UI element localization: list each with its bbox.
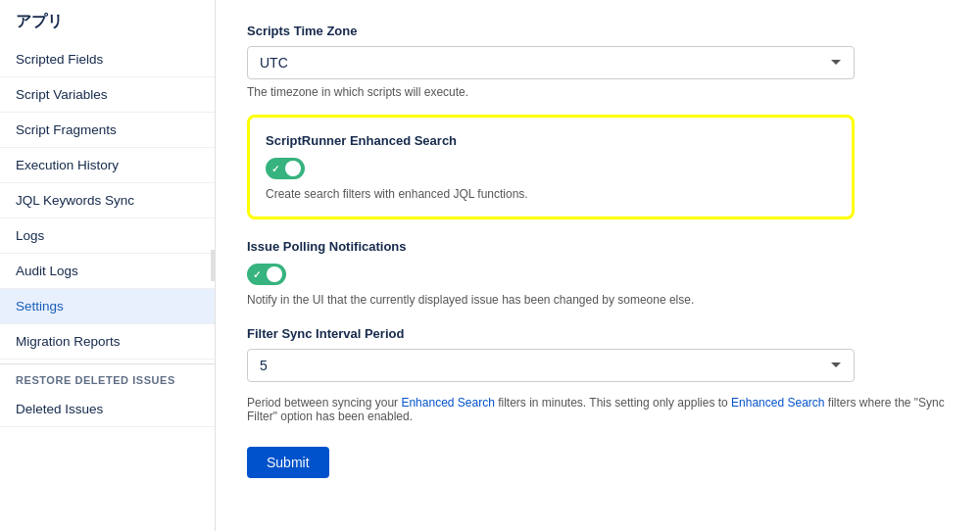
filter-sync-select[interactable]: 1235101530 [247, 349, 855, 382]
sidebar-item-settings[interactable]: Settings [0, 289, 215, 324]
timezone-section: Scripts Time Zone UTCAmerica/New_YorkAme… [247, 24, 949, 99]
timezone-label: Scripts Time Zone [247, 24, 949, 38]
sidebar-item-jql-keywords-sync[interactable]: JQL Keywords Sync [0, 183, 215, 218]
filter-sync-section: Filter Sync Interval Period 1235101530 P… [247, 326, 949, 423]
issue-polling-slider: ✓ [247, 264, 286, 285]
issue-polling-check-icon: ✓ [253, 269, 261, 280]
issue-polling-toggle-wrapper: ✓ [247, 264, 855, 285]
sidebar: アプリ Scripted FieldsScript VariablesScrip… [0, 0, 216, 531]
sidebar-item-deleted-issues[interactable]: Deleted Issues [0, 392, 215, 427]
issue-polling-card: Issue Polling Notifications ✓ Notify in … [247, 239, 855, 307]
sidebar-item-execution-history[interactable]: Execution History [0, 148, 215, 183]
filter-sync-label: Filter Sync Interval Period [247, 326, 949, 341]
sidebar-item-migration-reports[interactable]: Migration Reports [0, 324, 215, 360]
issue-polling-title: Issue Polling Notifications [247, 239, 855, 254]
sidebar-item-script-variables[interactable]: Script Variables [0, 77, 215, 113]
timezone-helper: The timezone in which scripts will execu… [247, 85, 949, 99]
issue-polling-toggle[interactable]: ✓ [247, 264, 286, 285]
filter-sync-description: Period between syncing your Enhanced Sea… [247, 396, 949, 423]
enhanced-search-title: ScriptRunner Enhanced Search [266, 133, 836, 148]
enhanced-search-link-1[interactable]: Enhanced Search [401, 396, 494, 410]
submit-button[interactable]: Submit [247, 447, 329, 478]
enhanced-search-slider: ✓ [266, 158, 305, 179]
enhanced-search-card: ScriptRunner Enhanced Search ✓ Create se… [247, 115, 855, 219]
sidebar-collapse-handle[interactable] [211, 250, 216, 281]
enhanced-search-description: Create search filters with enhanced JQL … [266, 187, 836, 201]
sidebar-item-script-fragments[interactable]: Script Fragments [0, 113, 215, 148]
enhanced-search-toggle-wrapper: ✓ [266, 158, 836, 179]
main-content: Scripts Time Zone UTCAmerica/New_YorkAme… [216, 0, 980, 531]
restore-section-label: RESTORE DELETED ISSUES [0, 363, 215, 392]
sidebar-item-scripted-fields[interactable]: Scripted Fields [0, 42, 215, 77]
app-title: アプリ [0, 0, 215, 42]
sidebar-item-audit-logs[interactable]: Audit Logs [0, 254, 215, 289]
enhanced-search-check-icon: ✓ [271, 164, 279, 174]
enhanced-search-toggle[interactable]: ✓ [266, 158, 305, 179]
sidebar-item-logs[interactable]: Logs [0, 218, 215, 254]
enhanced-search-link-2[interactable]: Enhanced Search [731, 396, 824, 410]
issue-polling-description: Notify in the UI that the currently disp… [247, 293, 855, 307]
timezone-select[interactable]: UTCAmerica/New_YorkAmerica/Los_AngelesEu… [247, 46, 855, 79]
